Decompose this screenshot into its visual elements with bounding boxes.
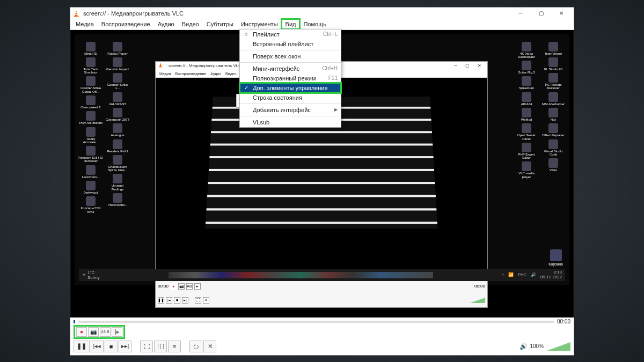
close-button[interactable]: ✕ — [551, 8, 572, 19]
nested-stop-icon: ■ — [174, 297, 180, 304]
desktop-icon: 4K Video Downloader — [514, 42, 539, 59]
shuffle-button[interactable]: ⤮ — [203, 341, 216, 352]
desktop-icon: Counter-Strike 1... — [105, 73, 130, 90]
view-menu-dropdown: ≡ПлейлистCtrl+LВстроенный плейлистПоверх… — [239, 29, 341, 128]
view-menu-item[interactable]: Полноэкранный режимF11 — [240, 73, 341, 83]
desktop-icon: Unusual Findings — [105, 174, 130, 191]
desktop-icon: Totally Accurate... — [78, 127, 104, 144]
loop-button[interactable]: ⭮ — [189, 341, 202, 352]
playback-controls: ❚❚ |◂◂ ■ ▸▸| ⛶ ┆┆┆ ≡ ⭮ ⤮ 🔊 100% — [70, 338, 574, 355]
loop-ab-button[interactable]: A↻B — [100, 327, 111, 337]
seek-track[interactable] — [78, 321, 554, 323]
nested-ext-icon: ≡ — [203, 297, 209, 304]
nested-prev-icon: |◂ — [166, 297, 172, 304]
desktop-icon: Корсары ГПК rev.3 — [78, 196, 104, 213]
desktop-icon: Guitar Rig 5 — [514, 61, 539, 74]
nested-rec-icon: ● — [170, 283, 177, 290]
volume-control[interactable]: 🔊 100% — [519, 342, 570, 351]
titlebar: screen:// - Медиапроигрыватель VLC ─ ▢ ✕ — [70, 8, 574, 19]
seek-progress — [74, 320, 75, 323]
desktop-icon: SpeedFan — [514, 76, 539, 90]
desktop-icon: Launchers... — [78, 165, 104, 179]
desktop-icon: Ghostbusters Spirits Unle... — [105, 155, 130, 172]
svg-rect-3 — [75, 13, 77, 14]
volume-slider[interactable] — [547, 342, 570, 351]
svg-rect-2 — [75, 12, 77, 12]
svg-rect-1 — [74, 16, 79, 17]
record-button[interactable]: ● — [76, 327, 87, 337]
menu-item-вид[interactable]: Вид — [282, 20, 299, 28]
window-title: screen:// - Медиапроигрыватель VLC — [83, 10, 507, 17]
nested-pause-icon: ❚❚ — [158, 297, 164, 304]
desktop-icon: VLC media player — [514, 161, 539, 179]
view-menu-item[interactable]: Мини-интерфейсCtrl+H — [240, 64, 341, 73]
menu-item-видео[interactable]: Видео — [179, 20, 202, 28]
previous-button[interactable]: |◂◂ — [91, 341, 104, 352]
view-menu-item[interactable]: Добавить интерфейс▶ — [240, 105, 341, 115]
svg-marker-0 — [75, 10, 77, 16]
snapshot-button[interactable]: 📷 — [88, 327, 99, 337]
vlc-cone-icon — [72, 10, 80, 17]
menu-item-аудио[interactable]: Аудио — [155, 20, 178, 28]
speaker-icon: 🔊 — [531, 272, 536, 277]
frame-step-button[interactable]: |▸ — [112, 327, 122, 337]
desktop-icon: AIDA64 — [514, 92, 539, 106]
extra-controls-row: ● 📷 A↻B |▸ — [70, 326, 574, 338]
speaker-icon[interactable]: 🔊 — [519, 343, 528, 350]
nested-playback-row: ❚❚ |◂ ■ ▸| ⛶ ≡ — [156, 293, 487, 307]
seek-bar[interactable]: 00:00 — [70, 317, 574, 326]
view-menu-item[interactable]: Встроенный плейлист — [240, 39, 341, 49]
desktop-icon: PHP Expert Editor — [514, 143, 539, 160]
desktop-icon: Cyberpunk 2077 — [105, 108, 130, 121]
taskbar-date: 09.11.2022 — [540, 275, 562, 280]
stop-button[interactable]: ■ — [105, 341, 118, 352]
recycle-bin-icon: Корзина — [548, 249, 563, 266]
desktop-icon: Darkwood — [78, 181, 104, 194]
volume-percent: 100% — [530, 343, 544, 349]
fullscreen-button[interactable]: ⛶ — [140, 341, 153, 352]
extended-settings-button[interactable]: ┆┆┆ — [154, 341, 167, 352]
desktop-icon: Counter-Strike Global Off... — [78, 76, 104, 93]
nested-minimize: ─ — [450, 62, 462, 70]
svg-rect-5 — [159, 67, 162, 67]
desktop-icon: Overcooked 2 — [78, 95, 104, 109]
view-menu-item[interactable]: VLsub — [240, 117, 341, 127]
svg-marker-4 — [159, 62, 162, 67]
play-pause-button[interactable]: ❚❚ — [74, 341, 90, 352]
nested-frame-icon: ▸ — [194, 283, 201, 290]
desktop-icon: Open Server Panel — [514, 123, 539, 141]
view-menu-item[interactable]: Поверх всех окон — [240, 51, 341, 61]
view-menu-item[interactable]: ✓Доп. элементы управления — [240, 83, 341, 93]
nested-close: ✕ — [473, 62, 485, 70]
menu-item-субтитры[interactable]: Субтитры — [203, 20, 237, 28]
view-menu-item[interactable]: ≡ПлейлистCtrl+L — [240, 29, 341, 39]
desktop-icon: TeamViewer — [540, 42, 566, 55]
nested-total: 00:00 — [474, 284, 485, 289]
time-total: 00:00 — [557, 319, 570, 324]
recycle-bin-label: Корзина — [548, 262, 563, 266]
taskbar-weather: Sunny — [87, 275, 100, 280]
window-controls: ─ ▢ ✕ — [510, 8, 572, 19]
menu-item-медиа[interactable]: Медиа — [72, 20, 97, 28]
playlist-button[interactable]: ≡ — [168, 341, 181, 352]
vlc-cone-icon — [158, 62, 165, 70]
vlc-window: screen:// - Медиапроигрыватель VLC ─ ▢ ✕… — [70, 7, 574, 356]
menu-item-инструменты[interactable]: Инструменты — [238, 20, 281, 28]
desktop-icon: They Are Billions — [78, 111, 104, 124]
nested-maximize: ▢ — [462, 62, 473, 70]
view-menu-item[interactable]: Строка состояния — [240, 93, 341, 102]
minimize-button[interactable]: ─ — [510, 8, 531, 19]
menu-item-помощь[interactable]: Помощь — [300, 20, 330, 28]
nested-snap-icon: 📷 — [178, 283, 185, 290]
desktop-icon: Genshin Impact — [105, 57, 130, 71]
nested-menu-item: Видео — [224, 71, 238, 76]
nested-next-icon: ▸| — [182, 297, 188, 304]
menu-item-воспроизведение[interactable]: Воспроизведение — [98, 20, 153, 28]
chevron-up-icon: ^ — [502, 272, 504, 277]
desktop-icon: Meta HD — [78, 42, 104, 55]
desktop-icon: Roblox Player — [105, 42, 130, 55]
desktop-icon: Total Tank Simulator — [78, 57, 104, 75]
next-button[interactable]: ▸▸| — [119, 341, 131, 352]
maximize-button[interactable]: ▢ — [531, 8, 551, 19]
desktop-icon: WeMod — [514, 108, 539, 121]
